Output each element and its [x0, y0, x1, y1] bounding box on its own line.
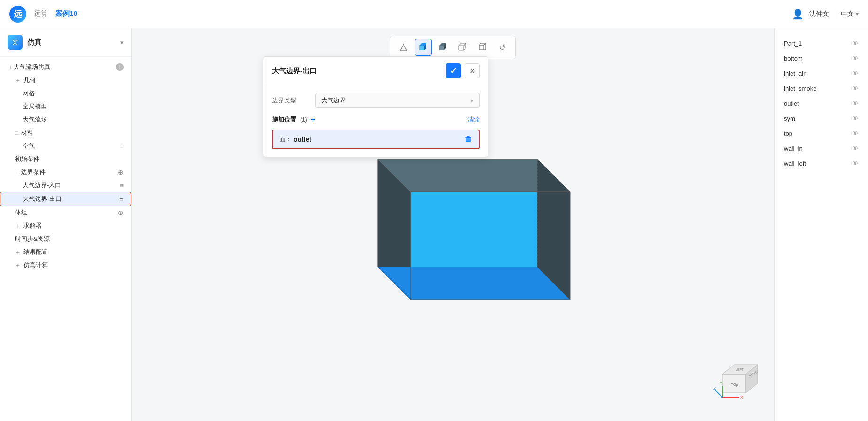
boundary-type-row: 边界类型 大气边界 ▾: [272, 93, 480, 108]
right-item-label-Part_1: Part_1: [784, 40, 802, 47]
sidebar-item-global-model[interactable]: 全局模型: [0, 100, 131, 113]
visibility-icon-wall_left[interactable]: 👁: [852, 160, 859, 167]
add-body-group-icon[interactable]: ⊕: [118, 209, 124, 216]
header-divider: [835, 9, 835, 19]
sidebar-label-init-cond: 初始条件: [15, 155, 39, 163]
panel-confirm-button[interactable]: ✓: [446, 63, 461, 78]
vp-reset-btn[interactable]: ↺: [494, 39, 511, 56]
vp-wireframe2-btn[interactable]: [474, 39, 491, 56]
right-item-label-top: top: [784, 130, 792, 137]
right-panel-item-wall_in[interactable]: wall_in 👁: [775, 141, 868, 156]
sidebar-label-global-model: 全局模型: [23, 102, 47, 111]
sidebar-item-body-group[interactable]: 体组 ⊕: [0, 206, 131, 219]
checkmark-icon: ✓: [450, 66, 457, 76]
svg-text:Y: Y: [720, 381, 722, 385]
svg-line-27: [715, 390, 722, 398]
add-boundary-icon[interactable]: ⊕: [118, 168, 124, 176]
sidebar-tree: □ 大气流场仿真 i ＋ 几何 网格 全局模型 大气流场: [0, 57, 131, 276]
svg-rect-0: [419, 46, 424, 50]
right-panel-item-top[interactable]: top 👁: [775, 126, 868, 141]
project-name-label: 案例10: [55, 9, 78, 18]
sidebar-item-init-cond[interactable]: 初始条件: [0, 153, 131, 166]
right-item-label-sym: sym: [784, 115, 795, 122]
sidebar-item-material[interactable]: □ 材料: [0, 126, 131, 139]
vp-transparent-btn[interactable]: [454, 39, 471, 56]
right-item-label-bottom: bottom: [784, 55, 803, 62]
vp-solid-dark-btn[interactable]: [434, 39, 451, 56]
menu-icon-bc-outlet: ≡: [119, 196, 123, 203]
expand-icon-sim-calc: ＋: [15, 261, 21, 269]
svg-rect-1: [439, 46, 444, 50]
panel-body: 边界类型 大气边界 ▾ 施加位置 (1) + 清除 面： outlet: [264, 85, 488, 157]
right-panel-item-sym[interactable]: sym 👁: [775, 111, 868, 126]
visibility-icon-sym[interactable]: 👁: [852, 115, 859, 122]
sidebar-label-bc-inlet: 大气边界-入口: [23, 181, 61, 190]
right-panel-item-Part_1[interactable]: Part_1 👁: [775, 36, 868, 51]
collapse-icon-atm: □: [8, 64, 11, 70]
right-item-label-inlet_air: inlet_air: [784, 70, 806, 77]
visibility-icon-Part_1[interactable]: 👁: [852, 39, 859, 47]
sidebar-item-solver[interactable]: ＋ 求解器: [0, 219, 131, 232]
sidebar-label-material: 材料: [21, 129, 33, 137]
expand-icon-solver: ＋: [15, 222, 21, 230]
right-panel-item-inlet_smoke[interactable]: inlet_smoke 👁: [775, 81, 868, 96]
sidebar-item-bc-outlet[interactable]: 大气边界-出口 ≡: [0, 192, 131, 206]
language-selector[interactable]: 中文 ▾: [841, 10, 859, 18]
apply-position-label: 施加位置: [272, 115, 296, 124]
sidebar-item-result-config[interactable]: ＋ 结果配置: [0, 245, 131, 259]
viewport: ↺ 大气边: [132, 28, 774, 421]
sidebar-item-boundary[interactable]: □ 边界条件 ⊕: [0, 166, 131, 179]
right-panel-item-inlet_air[interactable]: inlet_air 👁: [775, 66, 868, 81]
sidebar-item-air[interactable]: 空气 ≡: [0, 139, 131, 153]
face-name-label: outlet: [294, 136, 311, 143]
collapse-icon-boundary: □: [15, 169, 18, 176]
visibility-icon-outlet[interactable]: 👁: [852, 100, 859, 107]
add-position-button[interactable]: +: [311, 115, 315, 124]
menu-icon-bc-inlet: ≡: [120, 182, 124, 189]
sidebar-item-atm-field[interactable]: 大气流场: [0, 113, 131, 126]
svg-text:Z: Z: [713, 386, 716, 390]
app-name-label: 远算: [34, 9, 48, 18]
sidebar-label-geometry: 几何: [23, 76, 36, 84]
close-icon: ✕: [469, 67, 475, 76]
axis-gizmo: TOp LEFT RIGHT Y X Z: [713, 355, 765, 407]
delete-face-button[interactable]: 🗑: [465, 135, 472, 144]
sidebar-chevron-icon[interactable]: ▾: [120, 39, 124, 46]
visibility-icon-wall_in[interactable]: 👁: [852, 145, 859, 152]
visibility-icon-inlet_smoke[interactable]: 👁: [852, 84, 859, 92]
vp-wireframe-btn[interactable]: [395, 39, 412, 56]
panel-header: 大气边界-出口 ✓ ✕: [264, 57, 488, 85]
right-item-label-wall_left: wall_left: [784, 160, 806, 167]
chevron-down-icon: ▾: [856, 11, 859, 17]
sidebar: ⧖ 仿真 ▾ □ 大气流场仿真 i ＋ 几何 网格: [0, 28, 132, 421]
app-header: 远 远算 案例10 👤 沈仲文 中文 ▾: [0, 0, 868, 28]
language-label: 中文: [841, 10, 854, 18]
clear-button[interactable]: 清除: [467, 115, 480, 124]
sidebar-label-sim-calc: 仿真计算: [23, 261, 48, 269]
expand-icon-result: ＋: [15, 248, 21, 256]
boundary-type-dropdown[interactable]: 大气边界 ▾: [315, 93, 480, 108]
sidebar-item-sim-calc[interactable]: ＋ 仿真计算: [0, 259, 131, 272]
sidebar-label-boundary: 边界条件: [21, 168, 46, 176]
visibility-icon-bottom[interactable]: 👁: [852, 54, 859, 62]
sidebar-label-atm-field: 大气流场: [23, 115, 47, 124]
panel-actions: ✓ ✕: [446, 63, 480, 78]
sidebar-item-bc-inlet[interactable]: 大气边界-入口 ≡: [0, 179, 131, 192]
right-panel: Part_1 👁 bottom 👁 inlet_air 👁 inlet_smok…: [774, 28, 868, 421]
right-panel-item-outlet[interactable]: outlet 👁: [775, 96, 868, 111]
menu-icon-air: ≡: [120, 143, 124, 150]
collapse-icon-material: □: [15, 130, 18, 136]
sidebar-item-timestep[interactable]: 时间步&资源: [0, 232, 131, 245]
vp-solid-btn[interactable]: [415, 39, 432, 56]
right-panel-item-wall_left[interactable]: wall_left 👁: [775, 156, 868, 171]
sidebar-item-geometry[interactable]: ＋ 几何: [0, 74, 131, 87]
face-row-outlet: 面： outlet 🗑: [272, 130, 480, 149]
visibility-icon-top[interactable]: 👁: [852, 130, 859, 137]
sidebar-item-mesh[interactable]: 网格: [0, 87, 131, 100]
info-badge: i: [116, 63, 124, 71]
visibility-icon-inlet_air[interactable]: 👁: [852, 69, 859, 77]
sidebar-item-atm-sim[interactable]: □ 大气流场仿真 i: [0, 61, 131, 74]
right-item-label-wall_in: wall_in: [784, 145, 803, 152]
right-panel-item-bottom[interactable]: bottom 👁: [775, 51, 868, 66]
panel-close-button[interactable]: ✕: [465, 63, 480, 78]
